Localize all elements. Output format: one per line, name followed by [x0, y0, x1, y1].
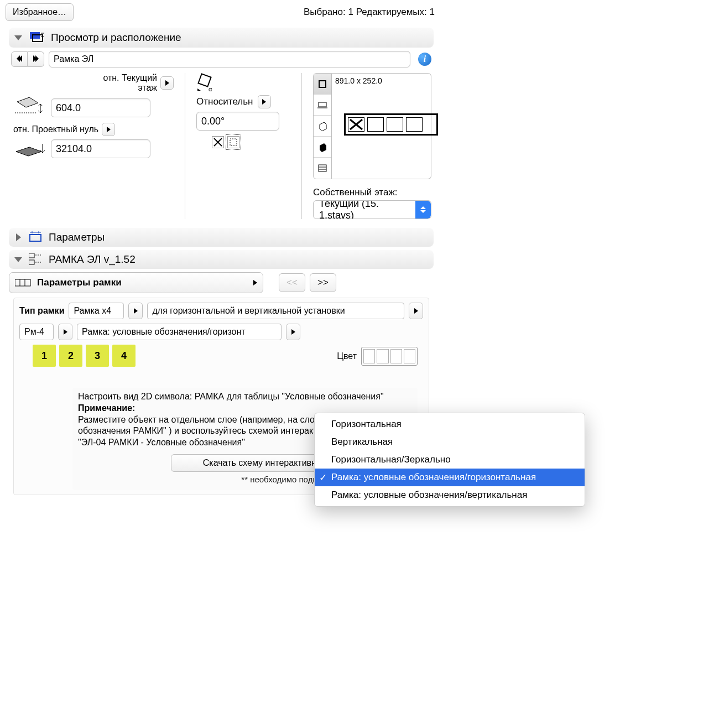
height-top-field[interactable]	[51, 98, 150, 117]
color-chip[interactable]	[377, 349, 388, 363]
frame-number-tile[interactable]: 1	[33, 345, 56, 367]
svg-rect-32	[15, 279, 30, 286]
svg-marker-7	[16, 147, 41, 156]
anchor-icon[interactable]: α	[196, 73, 215, 92]
panel-parameters-header[interactable]: Параметры	[9, 228, 434, 247]
svg-rect-13	[230, 139, 237, 145]
color-chip[interactable]	[363, 349, 375, 363]
storey-value: Текущий (15. 1.stavs)	[314, 200, 415, 219]
frame-type-menu-button[interactable]	[128, 303, 143, 319]
preview-mode-strip[interactable]	[313, 73, 332, 179]
chevron-right-icon	[253, 280, 257, 285]
frame-code-value: Рм-4	[19, 324, 54, 340]
disclosure-icon	[13, 254, 23, 264]
page-prev-button[interactable]: <<	[279, 273, 305, 292]
color-chip[interactable]	[390, 349, 402, 363]
note-heading: Примечание:	[78, 403, 135, 413]
elevation-icon	[11, 96, 46, 119]
mirror-empty-icon[interactable]	[196, 136, 209, 148]
color-chip[interactable]	[404, 349, 415, 363]
angle-field[interactable]	[196, 112, 279, 131]
view-3d-solid-icon[interactable]	[314, 137, 331, 158]
select-arrows-icon	[415, 201, 431, 219]
mirror-x-icon[interactable]	[212, 136, 224, 148]
nav-next-button[interactable]	[28, 51, 44, 67]
view-3d-icon[interactable]	[314, 116, 331, 137]
svg-rect-9	[198, 74, 211, 86]
svg-marker-18	[320, 143, 326, 152]
orientation-option[interactable]: Вертикальная	[315, 433, 585, 451]
disclosure-icon	[13, 232, 23, 242]
svg-text:α: α	[209, 86, 212, 92]
view-top-icon[interactable]	[314, 74, 331, 95]
svg-marker-4	[17, 97, 38, 107]
object-name-field[interactable]	[49, 51, 410, 67]
panel-preview-title: Просмотр и расположение	[51, 32, 181, 44]
storey-select[interactable]: Текущий (15. 1.stavs)	[313, 200, 431, 219]
frame-install-menu-button[interactable]	[409, 303, 423, 319]
svg-rect-28	[29, 253, 34, 258]
relative-menu-button[interactable]	[258, 95, 271, 108]
preview-dimensions: 891.0 x 252.0	[335, 76, 382, 85]
page-next-button[interactable]: >>	[310, 273, 336, 292]
frame-orient-value: Рамка: условные обозначения/горизонт	[77, 324, 282, 340]
view-list-icon[interactable]	[314, 158, 331, 179]
color-label: Цвет	[337, 351, 357, 361]
frame-type-value: Рамка x4	[69, 303, 124, 319]
own-storey-label: Собственный этаж:	[313, 187, 431, 198]
note-line1: Настроить вид 2D символа: РАМКА для табл…	[78, 391, 412, 403]
disclosure-icon	[13, 33, 23, 43]
frame-install-value: для горизонтальной и вертикальной устано…	[147, 303, 404, 319]
relative-label: Относительн	[196, 96, 253, 107]
orientation-option[interactable]: Горизонтальная/Зеркально	[315, 451, 585, 469]
panel-preview-header[interactable]: Просмотр и расположение	[9, 28, 434, 48]
frame-params-title: Параметры рамки	[37, 277, 248, 288]
svg-rect-24	[30, 235, 41, 241]
orientation-option[interactable]: Горизонтальная	[315, 415, 585, 433]
ramka-icon	[29, 253, 43, 266]
object-nav[interactable]	[11, 51, 44, 67]
nav-prev-button[interactable]	[11, 51, 28, 67]
frame-type-label: Тип рамки	[19, 306, 64, 316]
rel-zero-label: отн. Проектный нуль	[13, 124, 98, 134]
frame-orient-menu-button[interactable]	[286, 324, 300, 340]
favorites-button[interactable]: Избранное…	[6, 3, 74, 21]
orientation-option[interactable]: Рамка: условные обозначения/горизонтальн…	[315, 469, 585, 486]
orientation-popup[interactable]: ГоризонтальнаяВертикальнаяГоризонтальная…	[314, 413, 585, 495]
panel-ramka-title: РАМКА ЭЛ v_1.52	[49, 253, 136, 266]
frame-number-tile[interactable]: 3	[86, 345, 109, 367]
view-front-icon[interactable]	[314, 95, 331, 116]
parameters-icon	[29, 231, 43, 243]
svg-rect-29	[29, 260, 34, 264]
rel-current-label: отн. Текущий этаж	[85, 73, 157, 93]
preview-canvas: 891.0 x 252.0	[332, 73, 431, 179]
frame-list-icon	[15, 278, 32, 287]
frame-code-menu-button[interactable]	[58, 324, 72, 340]
svg-rect-14	[319, 81, 326, 87]
svg-rect-19	[319, 165, 326, 171]
frame-params-header[interactable]: Параметры рамки	[9, 272, 263, 293]
svg-rect-15	[319, 102, 326, 107]
frame-number-tile[interactable]: 4	[112, 345, 136, 367]
orientation-option[interactable]: Рамка: условные обозначения/вертикальная	[315, 486, 585, 495]
rel-zero-menu-button[interactable]	[102, 123, 115, 136]
preview-icon	[29, 31, 45, 44]
svg-marker-17	[320, 122, 326, 131]
height-bottom-field[interactable]	[51, 139, 150, 158]
selection-status: Выбрано: 1 Редактируемых: 1	[304, 7, 435, 18]
panel-parameters-title: Параметры	[49, 231, 105, 243]
info-icon[interactable]: i	[418, 53, 431, 66]
rel-current-menu-button[interactable]	[160, 76, 174, 90]
color-chip-group[interactable]	[361, 347, 418, 366]
panel-ramka-header[interactable]: РАМКА ЭЛ v_1.52	[9, 250, 434, 269]
preview-symbol	[344, 113, 438, 136]
frame-number-tile[interactable]: 2	[59, 345, 82, 367]
mirror-dashed-icon[interactable]	[227, 136, 239, 148]
elevation-zero-icon	[11, 141, 46, 157]
